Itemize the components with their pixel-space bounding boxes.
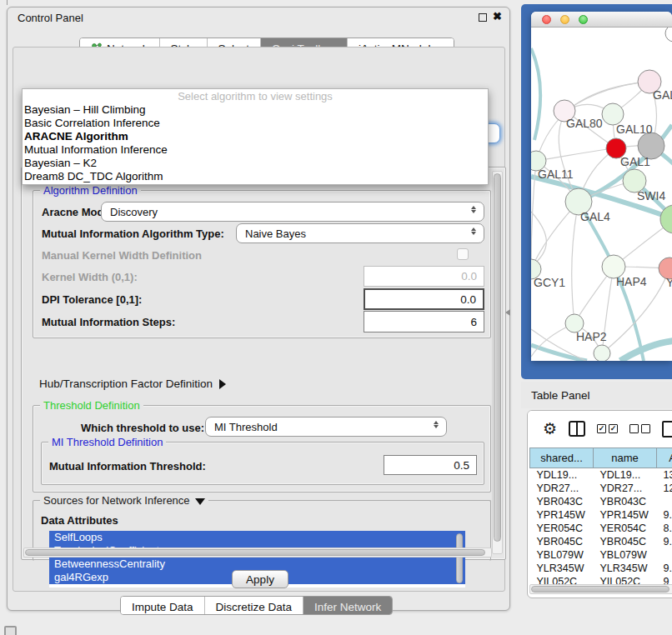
network-edge[interactable] xyxy=(620,341,672,361)
network-node-label: SWI4 xyxy=(637,189,665,202)
table-row[interactable]: YLR345WYLR345W9. xyxy=(530,562,672,575)
mi-type-combo[interactable]: Naive Bayes xyxy=(236,223,484,243)
tab-infer-network-label: Infer Network xyxy=(314,601,381,613)
combo-arrows-icon xyxy=(471,206,476,213)
apply-button[interactable]: Apply xyxy=(232,570,288,588)
dpi-tolerance-label: DPI Tolerance [0,1]: xyxy=(42,293,142,306)
mi-threshold-value: 0.5 xyxy=(454,459,469,472)
mi-steps-field[interactable]: 6 xyxy=(364,311,484,332)
combo-arrows-icon xyxy=(471,228,476,235)
mi-threshold-field[interactable]: 0.5 xyxy=(384,455,477,475)
algorithm-definition-title: Algorithm Definition xyxy=(40,184,141,197)
network-node[interactable] xyxy=(594,345,610,361)
table-header-row: shared... name A xyxy=(530,448,672,468)
sources-group-title[interactable]: Sources for Network Inference xyxy=(40,494,208,507)
control-panel-titlebar[interactable]: Control Panel ✖ xyxy=(8,8,509,28)
network-edge[interactable] xyxy=(531,48,540,140)
network-window-titlebar[interactable] xyxy=(531,12,672,28)
network-node-label: GAL xyxy=(653,88,672,102)
dropdown-item[interactable]: Bayesian – K2 xyxy=(23,157,488,170)
settings-vertical-scrollbar[interactable] xyxy=(492,171,503,554)
columns-icon[interactable] xyxy=(569,421,585,437)
dropdown-item[interactable]: Mutual Information Inference xyxy=(23,143,488,157)
network-node-label: GCY1 xyxy=(534,276,565,289)
attribute-item-selected[interactable]: BetweennessCentrality xyxy=(49,558,465,571)
column-header-name[interactable]: name xyxy=(594,448,657,468)
restore-panel-icon[interactable] xyxy=(4,626,17,635)
gear-icon[interactable]: ⚙ xyxy=(543,421,557,437)
window-zoom-icon[interactable] xyxy=(579,15,588,24)
dpi-tolerance-field[interactable]: 0.0 xyxy=(364,288,484,310)
column-header-shared-name[interactable]: shared... xyxy=(530,448,594,468)
hub-definition-label: Hub/Transcription Factor Definition xyxy=(39,378,213,390)
window-minimize-icon[interactable] xyxy=(560,15,569,24)
table-row[interactable]: YPR145WYPR145W9. xyxy=(530,508,672,522)
cyni-bottom-tabs: Impute Data Discretize Data Infer Networ… xyxy=(120,596,393,615)
table-panel-card: ⚙ ✓✓ shared... name A YDL19...YDL19...13… xyxy=(527,410,672,598)
mi-type-value: Naive Bayes xyxy=(245,228,306,240)
mi-threshold-group-title: MI Threshold Definition xyxy=(48,436,166,448)
window-close-icon[interactable] xyxy=(542,15,551,24)
table-row[interactable]: YDR27...YDR27...12 xyxy=(530,482,672,495)
expander-arrow-icon xyxy=(219,379,226,389)
attribute-list-scrollbar[interactable] xyxy=(455,533,464,585)
tab-infer-network[interactable]: Infer Network xyxy=(303,597,392,614)
network-node-label: GAL1 xyxy=(620,155,650,168)
network-graph[interactable]: GALGAL80GAL10GAL1GAL11SWI4GAL4HAP4YGCY1H… xyxy=(531,28,672,361)
table-row[interactable]: YER054CYER054C8. xyxy=(530,522,672,535)
tab-impute-data[interactable]: Impute Data xyxy=(121,597,205,614)
manual-kernel-label: Manual Kernel Width Definition xyxy=(42,249,202,262)
float-panel-icon[interactable] xyxy=(479,13,487,22)
manual-kernel-checkbox[interactable] xyxy=(457,248,469,260)
hub-definition-expander[interactable]: Hub/Transcription Factor Definition xyxy=(39,378,226,390)
table-row[interactable]: YBR043CYBR043C xyxy=(530,495,672,508)
threshold-definition-title: Threshold Definition xyxy=(40,399,143,412)
table-row[interactable]: YBL079WYBL079W xyxy=(530,548,672,562)
mi-steps-value: 6 xyxy=(470,316,477,328)
dropdown-item[interactable]: Basic Correlation Inference xyxy=(23,117,488,130)
tab-discretize-data[interactable]: Discretize Data xyxy=(205,597,304,614)
control-panel-title: Control Panel xyxy=(18,12,83,24)
kernel-width-field[interactable]: 0.0 xyxy=(364,266,484,287)
dropdown-item[interactable]: Dream8 DC_TDC Algorithm xyxy=(23,170,488,183)
mi-threshold-group: MI Threshold Definition Mutual Informati… xyxy=(41,442,484,485)
network-node-label: GAL11 xyxy=(538,168,574,181)
network-edge[interactable] xyxy=(572,202,579,323)
select-all-checkboxes-icon[interactable]: ✓✓ xyxy=(597,424,618,433)
which-threshold-label: Which threshold to use: xyxy=(81,422,204,434)
network-node[interactable] xyxy=(665,28,672,42)
tab-discretize-data-label: Discretize Data xyxy=(216,601,293,613)
network-node-label: HAP4 xyxy=(616,275,647,288)
mi-type-label: Mutual Information Algorithm Type: xyxy=(42,228,224,240)
table-row[interactable]: YBR045CYBR045C9. xyxy=(530,535,672,548)
kernel-width-label: Kernel Width (0,1): xyxy=(42,271,138,283)
node-table: shared... name A YDL19...YDL19...13 YDR2… xyxy=(529,448,672,588)
network-window[interactable]: GALGAL80GAL10GAL1GAL11SWI4GAL4HAP4YGCY1H… xyxy=(531,12,672,361)
which-threshold-value: MI Threshold xyxy=(214,421,278,433)
table-horizontal-scrollbar[interactable] xyxy=(529,584,672,594)
which-threshold-combo[interactable]: MI Threshold xyxy=(205,417,447,437)
column-header-partial[interactable]: A xyxy=(657,448,672,468)
close-icon[interactable]: ✖ xyxy=(493,11,502,22)
deselect-all-checkboxes-icon[interactable] xyxy=(629,424,650,433)
new-table-icon[interactable] xyxy=(662,421,672,438)
apply-button-label: Apply xyxy=(246,573,274,586)
table-panel-titlebar[interactable]: Table Panel xyxy=(521,382,672,408)
network-view-frame: GALGAL80GAL10GAL1GAL11SWI4GAL4HAP4YGCY1H… xyxy=(521,4,672,379)
attribute-item-selected[interactable]: SelfLoops xyxy=(49,531,465,544)
table-row[interactable]: YDL19...YDL19...13 xyxy=(530,468,672,482)
collapse-arrow-icon xyxy=(195,498,205,505)
network-edge[interactable] xyxy=(531,212,546,267)
network-canvas[interactable]: GALGAL80GAL10GAL1GAL11SWI4GAL4HAP4YGCY1H… xyxy=(531,28,672,361)
splitter-tick xyxy=(7,0,8,5)
data-attributes-label: Data Attributes xyxy=(41,514,118,527)
network-node-label: GAL4 xyxy=(580,210,610,223)
aracne-mode-combo[interactable]: Discovery xyxy=(101,202,484,222)
dropdown-item[interactable]: Bayesian – Hill Climbing xyxy=(23,103,488,117)
combo-arrows-icon xyxy=(434,421,439,428)
network-edge[interactable] xyxy=(536,148,616,161)
settings-horizontal-scrollbar[interactable] xyxy=(23,548,492,558)
dropdown-item-selected[interactable]: ARACNE Algorithm xyxy=(23,130,488,143)
cyni-tab-content: Select algorithm to view settings Bayesi… xyxy=(13,47,505,592)
panel-splitter-handle[interactable] xyxy=(505,309,510,316)
